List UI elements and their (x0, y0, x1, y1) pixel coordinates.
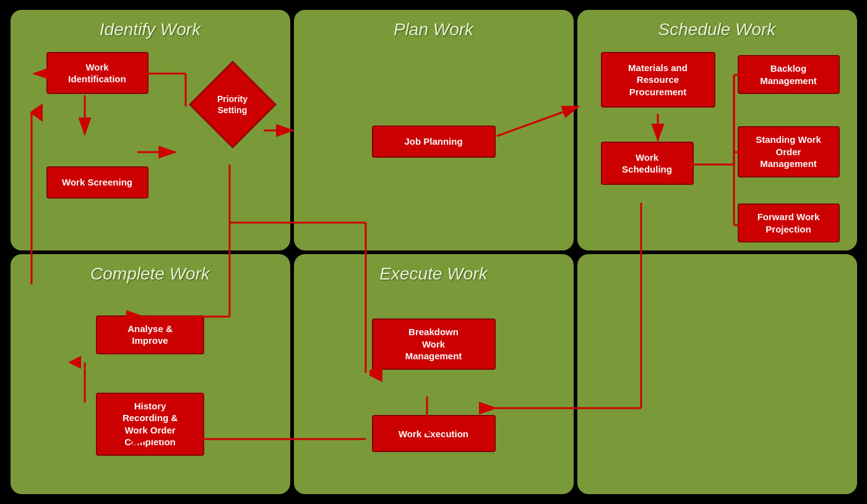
priority-setting-label: PrioritySetting (199, 70, 267, 139)
priority-setting-diamond[interactable]: PrioritySetting (199, 70, 267, 139)
schedule-work-title: Schedule Work (589, 20, 846, 40)
work-execution-box[interactable]: Work Execution (372, 415, 496, 452)
work-scheduling-box[interactable]: WorkScheduling (601, 142, 694, 185)
execute-arrows (294, 254, 574, 495)
breakdown-work-box[interactable]: BreakdownWorkManagement (372, 318, 496, 370)
materials-procurement-box[interactable]: Materials andResourceProcurement (601, 52, 715, 108)
complete-work-title: Complete Work (22, 264, 279, 284)
job-planning-box[interactable]: Job Planning (372, 126, 496, 158)
forward-work-projection-box[interactable]: Forward WorkProjection (738, 203, 840, 242)
execute-work-title: Execute Work (305, 264, 563, 284)
identify-work-zone: Identify Work WorkIdentification Work Sc… (11, 10, 290, 250)
plan-work-title: Plan Work (305, 20, 563, 40)
backlog-management-box[interactable]: BacklogManagement (738, 55, 840, 94)
identify-work-title: Identify Work (22, 20, 279, 40)
work-identification-box[interactable]: WorkIdentification (46, 52, 149, 94)
work-screening-box[interactable]: Work Screening (46, 166, 149, 199)
history-recording-box[interactable]: HistoryRecording &Work OrderCompletion (96, 393, 204, 456)
execute-work-zone: Execute Work BreakdownWorkManagement Wor… (294, 254, 574, 495)
analyse-improve-box[interactable]: Analyse &Improve (96, 315, 204, 354)
schedule-bottom-zone (577, 254, 857, 495)
schedule-work-zone: Schedule Work Materials andResourceProcu… (577, 10, 857, 250)
plan-work-zone: Plan Work Job Planning (294, 10, 574, 250)
complete-arrows (11, 254, 290, 495)
complete-work-zone: Complete Work Analyse &Improve HistoryRe… (11, 254, 290, 495)
standing-work-order-box[interactable]: Standing WorkOrderManagement (738, 126, 840, 177)
